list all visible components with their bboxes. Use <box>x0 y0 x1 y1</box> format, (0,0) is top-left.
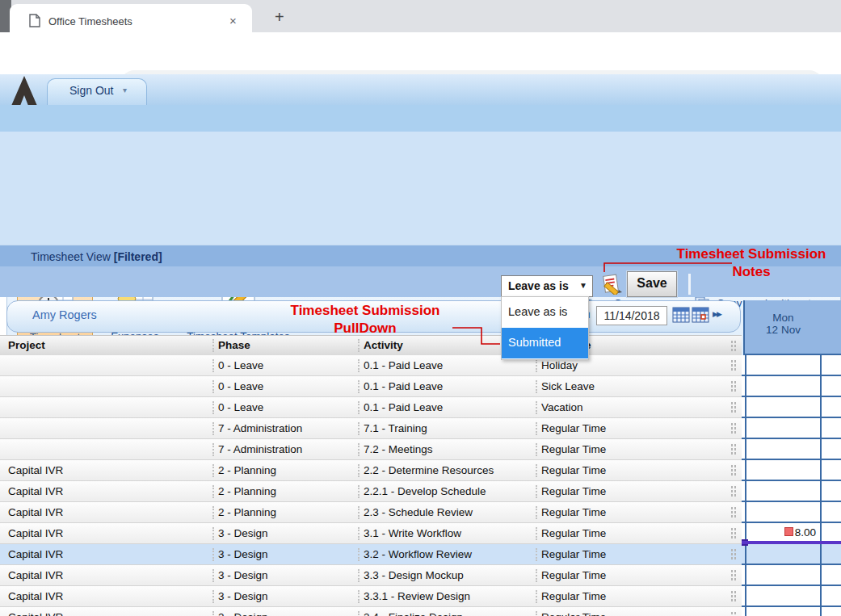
cell-paycode: Regular Time <box>541 548 725 560</box>
browser-toolbar: ← → ↻ i localhost/OTSSample/Pages/View/T… <box>0 32 841 75</box>
grid-cell[interactable] <box>742 355 841 376</box>
table-row[interactable]: Capital IVR2 - Planning2.3 - Schedule Re… <box>0 502 742 523</box>
cell-phase: 2 - Planning <box>218 464 354 476</box>
grid-cell[interactable] <box>742 376 841 397</box>
table-body: 0 - Leave0.1 - Paid LeaveHoliday0 - Leav… <box>0 355 742 616</box>
cell-project: Capital IVR <box>8 611 207 616</box>
header-activity[interactable]: Activity <box>364 339 403 351</box>
cell-activity: 0.1 - Paid Leave <box>364 401 533 413</box>
cell-project: Capital IVR <box>8 569 207 581</box>
cell-paycode: Regular Time <box>541 527 725 539</box>
grid-vline <box>820 355 822 616</box>
grid-cell[interactable] <box>742 397 841 418</box>
cell-phase: 2 - Planning <box>218 485 354 497</box>
table-header-row: Project Phase Activity Pay Code <box>0 335 742 357</box>
grid-cell[interactable] <box>742 502 841 523</box>
cell-paycode: Regular Time <box>541 506 725 518</box>
tab-title: Office Timesheets <box>48 15 132 27</box>
grid-date-label: 12 Nov <box>745 324 822 336</box>
table-row[interactable]: Capital IVR3 - Design3.1 - Write Workflo… <box>0 523 742 544</box>
cell-phase: 2 - Planning <box>218 506 354 518</box>
table-row[interactable]: 7 - Administration7.2 - MeetingsRegular … <box>0 439 742 460</box>
table-row[interactable]: 0 - Leave0.1 - Paid LeaveSick Leave <box>0 376 742 397</box>
table-row[interactable]: Capital IVR2 - Planning2.2.1 - Develop S… <box>0 481 742 502</box>
cell-project: Capital IVR <box>8 464 207 476</box>
cell-activity: 2.3 - Schedule Review <box>364 506 533 518</box>
grid-cell[interactable] <box>742 544 841 565</box>
cell-phase: 3 - Design <box>218 611 354 616</box>
ribbon: Timesheet Expenses <box>0 132 841 245</box>
cell-activity: 7.2 - Meetings <box>364 443 533 455</box>
view-title: Timesheet View [Filtered] <box>31 250 162 263</box>
cell-project: Capital IVR <box>8 548 207 560</box>
cell-paycode: Regular Time <box>541 443 725 455</box>
dropdown-option-leave-as-is[interactable]: Leave as is <box>502 297 588 328</box>
cell-phase: 3 - Design <box>218 569 354 581</box>
cell-phase: 7 - Administration <box>218 422 354 434</box>
submission-dropdown[interactable]: Leave as is ▼ <box>501 275 593 297</box>
ribbon-tab-strip: View Sheets Import / Export Reports Proc… <box>0 105 841 132</box>
grid-cell[interactable] <box>742 565 841 586</box>
cell-phase: 7 - Administration <box>218 443 354 455</box>
table-row[interactable]: 0 - Leave0.1 - Paid LeaveHoliday <box>0 355 742 376</box>
table-row[interactable]: 7 - Administration7.1 - TrainingRegular … <box>0 418 742 439</box>
cell-phase: 3 - Design <box>218 590 354 602</box>
table-row[interactable]: Capital IVR3 - Design3.3 - Design Mockup… <box>0 565 742 586</box>
grid-vline <box>745 355 746 616</box>
cell-paycode: Sick Leave <box>541 380 725 392</box>
cell-activity: 7.1 - Training <box>364 422 533 434</box>
submission-notes-icon[interactable] <box>601 272 622 295</box>
grid-body: 8.00 <box>742 355 841 616</box>
annotation-notes: Timesheet Submission Notes <box>662 245 840 281</box>
header-project[interactable]: Project <box>8 339 45 351</box>
cell-paycode: Vacation <box>541 401 725 413</box>
cell-paycode: Regular Time <box>541 590 725 602</box>
cell-paycode: Regular Time <box>541 464 725 476</box>
new-tab-icon[interactable]: + <box>275 8 284 27</box>
grid-cell[interactable] <box>742 439 841 460</box>
header-phase[interactable]: Phase <box>218 339 250 351</box>
browser-tab[interactable]: Office Timesheets × <box>10 4 252 32</box>
grid-cell[interactable] <box>742 418 841 439</box>
cell-activity: 3.3 - Design Mockup <box>364 569 533 581</box>
table-row[interactable]: Capital IVR3 - Design3.3.1 - Review Desi… <box>0 586 742 607</box>
calendar-today-icon[interactable] <box>692 306 709 324</box>
app-window: Office Timesheets × + ← → ↻ i localhost/… <box>0 0 841 616</box>
table-row[interactable]: Capital IVR3 - Design3.2 - Workflow Revi… <box>0 544 742 565</box>
cell-activity: 3.3.1 - Review Design <box>364 590 533 602</box>
sign-out-label[interactable]: Sign Out <box>69 84 113 97</box>
annotation-pulldown: Timesheet Submission PullDown <box>276 302 454 337</box>
cell-activity: 3.2 - Workflow Review <box>364 548 533 560</box>
grid-cell[interactable] <box>742 586 841 607</box>
chevron-down-icon[interactable]: ▾ <box>123 86 127 94</box>
cell-activity: 0.1 - Paid Leave <box>364 359 533 371</box>
cell-phase: 3 - Design <box>218 527 354 539</box>
cell-phase: 3 - Design <box>218 548 354 560</box>
cell-activity: 3.1 - Write Workflow <box>364 527 533 539</box>
grid-cell[interactable] <box>742 460 841 481</box>
selection-line <box>742 541 841 544</box>
table-row[interactable]: Capital IVR3 - Design3.4 - Finalize Desi… <box>0 607 742 616</box>
page-icon <box>29 14 40 27</box>
browser-tab-bar: Office Timesheets × + <box>0 0 841 32</box>
cell-phase: 0 - Leave <box>218 380 354 392</box>
cell-paycode: Holiday <box>541 359 725 371</box>
grid-cell[interactable] <box>742 481 841 502</box>
filtered-flag: [Filtered] <box>114 250 162 263</box>
next-date-icon[interactable]: ▶▶ <box>713 310 721 318</box>
grid-day-label: Mon <box>745 312 822 324</box>
table-row[interactable]: Capital IVR2 - Planning2.2 - Determine R… <box>0 460 742 481</box>
dropdown-option-submitted[interactable]: Submitted <box>502 328 588 358</box>
grid-cell[interactable] <box>742 607 841 616</box>
cell-phase: 0 - Leave <box>218 401 354 413</box>
cell-activity: 2.2 - Determine Resources <box>364 464 533 476</box>
hours-value: 8.00 <box>795 526 816 538</box>
cell-paycode: Regular Time <box>541 485 725 497</box>
employee-name: Amy Rogers <box>32 308 97 321</box>
grid-day-header[interactable]: Mon 12 Nov <box>743 300 823 355</box>
date-input[interactable] <box>596 306 667 325</box>
tab-close-icon[interactable]: × <box>229 14 237 27</box>
cell-project: Capital IVR <box>8 506 207 518</box>
table-row[interactable]: 0 - Leave0.1 - Paid LeaveVacation <box>0 397 742 418</box>
calendar-icon[interactable] <box>672 306 690 324</box>
